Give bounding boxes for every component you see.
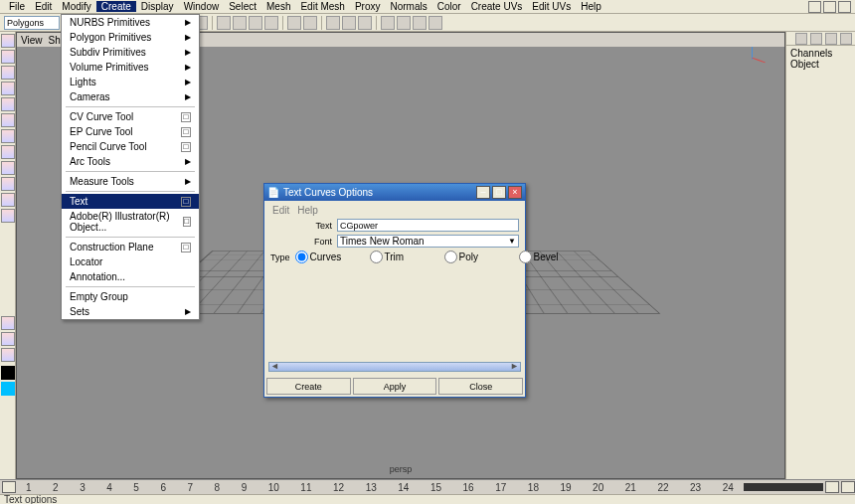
frame-tick[interactable]: 17 [495, 482, 506, 493]
frame-tick[interactable]: 5 [133, 482, 139, 493]
menu-item[interactable]: Adobe(R) Illustrator(R) Object...□ [62, 209, 199, 235]
range-thumb[interactable] [744, 483, 823, 491]
menu-display[interactable]: Display [136, 1, 179, 12]
frame-tick[interactable]: 19 [560, 482, 571, 493]
layout-front-button[interactable] [1, 193, 15, 207]
layout-hyper-icon[interactable] [428, 16, 442, 30]
soft-mod-button[interactable] [1, 129, 15, 143]
toolbox-button[interactable] [1, 348, 15, 362]
menu-proxy[interactable]: Proxy [350, 1, 386, 12]
menu-item[interactable]: Volume Primitives▶ [62, 60, 199, 75]
snap-curve-icon[interactable] [233, 16, 247, 30]
history-off-icon[interactable] [303, 16, 317, 30]
panel-icon[interactable] [840, 33, 852, 45]
menu-edit-mesh[interactable]: Edit Mesh [295, 1, 349, 12]
snap-plane-icon[interactable] [264, 16, 278, 30]
swatch-blue[interactable] [1, 382, 15, 396]
menu-edit-uvs[interactable]: Edit UVs [527, 1, 576, 12]
option-box-icon[interactable]: □ [181, 197, 191, 207]
render-settings-icon[interactable] [358, 16, 372, 30]
menu-item[interactable]: Lights▶ [62, 75, 199, 89]
snap-grid-icon[interactable] [217, 16, 231, 30]
rotate-tool-button[interactable] [1, 82, 15, 95]
frame-tick[interactable]: 2 [53, 482, 59, 493]
menu-modify[interactable]: Modify [57, 1, 95, 12]
menu-select[interactable]: Select [224, 1, 261, 12]
dialog-titlebar[interactable]: 📄 Text Curves Options – □ × [264, 184, 525, 201]
type-radio-poly[interactable]: Poly [444, 251, 506, 263]
view-cube-axis-icon[interactable] [737, 45, 767, 75]
frame-tick[interactable]: 10 [268, 482, 279, 493]
tab-object[interactable]: Object [790, 59, 819, 70]
time-slider[interactable]: 123456789101112131415161718192021222324 [0, 479, 855, 494]
panel-icon[interactable] [795, 33, 807, 45]
menu-create[interactable]: Create [96, 1, 136, 12]
frame-tick[interactable]: 23 [690, 482, 701, 493]
menu-item[interactable]: Annotation... [62, 269, 199, 284]
option-box-icon[interactable]: □ [181, 243, 191, 252]
type-radio-trim[interactable]: Trim [370, 251, 431, 263]
tab-channels[interactable]: Channels [790, 48, 832, 59]
layout-side-button[interactable] [1, 209, 15, 223]
radio-input[interactable] [444, 251, 457, 263]
frame-tick[interactable]: 8 [215, 482, 221, 493]
render-icon[interactable] [326, 16, 340, 30]
type-radio-curves[interactable]: Curves [295, 251, 357, 263]
radio-input[interactable] [295, 251, 308, 263]
frame-tick[interactable]: 15 [430, 482, 441, 493]
menu-mesh[interactable]: Mesh [261, 1, 295, 12]
frame-tick[interactable]: 1 [26, 482, 32, 493]
maximize-button[interactable]: □ [492, 186, 506, 199]
close-window-button[interactable]: × [508, 186, 522, 199]
option-box-icon[interactable]: □ [181, 127, 191, 137]
frame-tick[interactable]: 4 [106, 482, 112, 493]
layout-four-button[interactable] [1, 177, 15, 191]
create-button[interactable]: Create [266, 378, 351, 395]
close-button[interactable]: Close [438, 378, 523, 395]
menu-color[interactable]: Color [432, 1, 466, 12]
menu-item[interactable]: Subdiv Primitives▶ [62, 45, 199, 60]
menu-item[interactable]: Arc Tools▶ [62, 154, 199, 169]
menu-edit[interactable]: Edit [30, 1, 57, 12]
history-on-icon[interactable] [287, 16, 301, 30]
menu-file[interactable]: File [4, 1, 30, 12]
frame-tick[interactable]: 6 [160, 482, 166, 493]
swatch-black[interactable] [1, 366, 15, 380]
panel-icon[interactable] [825, 33, 837, 45]
layout-four-icon[interactable] [397, 16, 411, 30]
move-tool-button[interactable] [1, 66, 15, 80]
dialog-menu-help[interactable]: Help [297, 205, 318, 216]
manip-tool-button[interactable] [1, 113, 15, 127]
frame-tick[interactable]: 22 [657, 482, 668, 493]
last-tool-button[interactable] [1, 145, 15, 159]
dialog-horizontal-scrollbar[interactable] [268, 362, 521, 372]
layout-outliner-icon[interactable] [413, 16, 427, 30]
menu-item[interactable]: NURBS Primitives▶ [62, 15, 199, 30]
viewport-menu-view[interactable]: View [21, 35, 43, 46]
menu-normals[interactable]: Normals [385, 1, 431, 12]
menu-item[interactable]: Sets▶ [62, 304, 199, 319]
dialog-menu-edit[interactable]: Edit [272, 205, 289, 216]
snap-point-icon[interactable] [249, 16, 262, 30]
frame-tick[interactable]: 24 [723, 482, 734, 493]
lasso-tool-button[interactable] [1, 50, 15, 64]
text-input[interactable] [337, 219, 519, 232]
option-box-icon[interactable]: □ [181, 142, 191, 152]
toolbar-icon[interactable] [808, 1, 821, 13]
time-ticks[interactable]: 123456789101112131415161718192021222324 [16, 482, 744, 493]
toolbar-icon[interactable] [823, 1, 836, 13]
frame-tick[interactable]: 21 [625, 482, 636, 493]
frame-tick[interactable]: 13 [366, 482, 377, 493]
frame-tick[interactable]: 12 [333, 482, 344, 493]
frame-tick[interactable]: 7 [187, 482, 193, 493]
radio-input[interactable] [519, 251, 532, 263]
range-input[interactable] [841, 481, 855, 493]
type-radio-bevel[interactable]: Bevel [519, 251, 581, 263]
frame-tick[interactable]: 16 [463, 482, 474, 493]
menu-item[interactable]: Measure Tools▶ [62, 174, 199, 189]
menu-item[interactable]: Construction Plane□ [62, 240, 199, 254]
toolbox-button[interactable] [1, 332, 15, 346]
menu-item[interactable]: CV Curve Tool□ [62, 109, 199, 124]
minimize-button[interactable]: – [476, 186, 490, 199]
play-button[interactable] [2, 481, 16, 493]
